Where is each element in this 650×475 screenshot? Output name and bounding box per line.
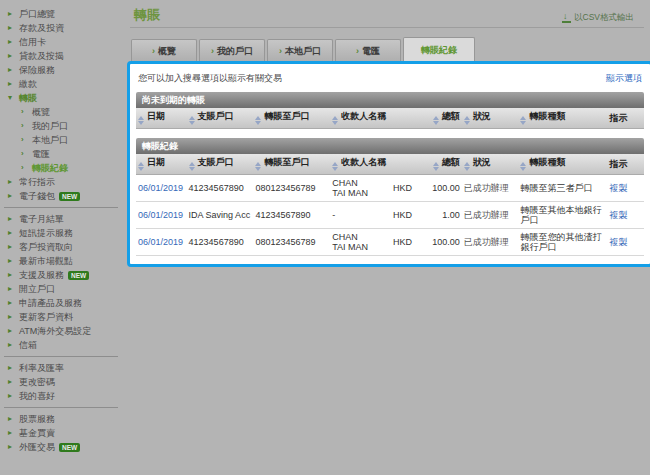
sidebar-item[interactable]: ▾轉賬 — [0, 91, 128, 105]
column-label: 支賬戶口 — [198, 157, 234, 167]
column-header[interactable]: 轉賬種類 — [518, 108, 607, 129]
sidebar-item[interactable]: ▸申請產品及服務 — [0, 296, 128, 310]
sidebar-item[interactable]: ▸ATM海外交易設定 — [0, 324, 128, 338]
sidebar-item-label: 我的戶口 — [32, 121, 68, 131]
column-header[interactable]: 轉賬至戶口 — [253, 108, 330, 129]
date-link[interactable]: 06/01/2019 — [138, 183, 183, 193]
tab-item[interactable]: ›電匯 — [335, 39, 401, 62]
sidebar-item[interactable]: ▸信箱 — [0, 338, 128, 352]
sort-icon[interactable] — [433, 116, 439, 125]
sort-icon[interactable] — [255, 162, 261, 171]
table-row: 06/01/2019IDA Saving Acc41234567890-HKD1… — [136, 202, 644, 229]
sidebar-item-label: 股票服務 — [19, 414, 55, 424]
copy-link[interactable]: 複製 — [610, 210, 628, 220]
column-header[interactable]: 收款人名稱 — [330, 108, 391, 129]
sidebar-item[interactable]: ▸常行指示 — [0, 175, 128, 189]
sort-down-icon — [433, 121, 439, 125]
transfer-table: 日期支賬戶口轉賬至戶口收款人名稱總額狀況轉賬種類指示 — [136, 108, 644, 129]
column-header[interactable]: 總額 — [391, 108, 462, 129]
date-link[interactable]: 06/01/2019 — [138, 237, 183, 247]
show-options-link[interactable]: 顯示選項 — [606, 72, 642, 85]
tab-item[interactable]: ›我的戶口 — [199, 39, 265, 62]
sidebar-item[interactable]: ▸繳款 — [0, 77, 128, 91]
arrow-right-icon: ▸ — [8, 24, 15, 32]
sort-icon[interactable] — [138, 162, 144, 171]
chevron-right-icon: › — [21, 150, 28, 158]
sort-down-icon — [255, 167, 261, 171]
sort-icon[interactable] — [255, 116, 261, 125]
sort-icon[interactable] — [332, 162, 338, 171]
sidebar-item-label: ATM海外交易設定 — [19, 326, 91, 336]
arrow-right-icon: ▸ — [8, 429, 15, 437]
sort-icon[interactable] — [433, 162, 439, 171]
column-header[interactable]: 轉賬至戶口 — [253, 154, 330, 175]
sidebar-item-selected[interactable]: ›轉賬紀錄 — [0, 161, 128, 175]
column-header[interactable]: 狀況 — [462, 154, 519, 175]
cell-amount: 1.00 — [421, 202, 461, 229]
transfer-section: 轉賬紀錄日期支賬戶口轉賬至戶口收款人名稱總額狀況轉賬種類指示06/01/2019… — [136, 138, 644, 256]
sidebar-item[interactable]: ▸股票服務 — [0, 412, 128, 426]
sidebar-item[interactable]: ▸我的喜好 — [0, 389, 128, 403]
tab-active[interactable]: 轉賬紀錄 — [403, 37, 475, 62]
sort-icon[interactable] — [520, 116, 526, 125]
sidebar-item[interactable]: ▸電子月結單 — [0, 212, 128, 226]
sidebar-item[interactable]: ›本地戶口 — [0, 133, 128, 147]
column-header[interactable]: 日期 — [136, 108, 187, 129]
sidebar-item[interactable]: ▸保險服務 — [0, 63, 128, 77]
sidebar-divider — [4, 407, 118, 408]
sidebar-item[interactable]: ▸外匯交易NEW — [0, 440, 128, 454]
sidebar-item[interactable]: ›電匯 — [0, 147, 128, 161]
sidebar-item[interactable]: ▸信用卡 — [0, 35, 128, 49]
sidebar-item[interactable]: ▸短訊提示服務 — [0, 226, 128, 240]
sidebar-item[interactable]: ▸戶口總覽 — [0, 7, 128, 21]
sidebar-item[interactable]: ▸電子錢包NEW — [0, 189, 128, 203]
export-csv-link[interactable]: 以CSV格式輸出 — [562, 12, 634, 24]
sidebar-item[interactable]: ▸最新市場觀點 — [0, 254, 128, 268]
sidebar-item[interactable]: ›概覽 — [0, 105, 128, 119]
copy-link[interactable]: 複製 — [610, 183, 628, 193]
column-header[interactable]: 轉賬種類 — [518, 154, 607, 175]
date-link[interactable]: 06/01/2019 — [138, 210, 183, 220]
sort-icon[interactable] — [189, 116, 195, 125]
tab-item[interactable]: ›概覽 — [131, 39, 197, 62]
sort-icon[interactable] — [332, 116, 338, 125]
arrow-right-icon: ▸ — [8, 443, 15, 451]
sidebar-item[interactable]: ▸開立戶口 — [0, 282, 128, 296]
copy-link[interactable]: 複製 — [610, 237, 628, 247]
cell-currency: HKD — [391, 229, 421, 256]
column-header: 指示 — [608, 154, 645, 175]
sort-down-icon — [464, 167, 470, 171]
column-label: 指示 — [610, 159, 628, 169]
arrow-right-icon: ▸ — [8, 341, 15, 349]
sidebar-item[interactable]: ›我的戶口 — [0, 119, 128, 133]
section-title: 轉賬紀錄 — [136, 138, 644, 154]
cell-from-account: 41234567890 — [187, 229, 254, 256]
sort-icon[interactable] — [464, 162, 470, 171]
cell-from-account: 41234567890 — [187, 175, 254, 202]
sidebar-item[interactable]: ▸存款及投資 — [0, 21, 128, 35]
column-header[interactable]: 支賬戶口 — [187, 108, 254, 129]
arrow-right-icon: ▸ — [8, 10, 15, 18]
chevron-right-icon: › — [152, 46, 155, 56]
sort-icon[interactable] — [138, 116, 144, 125]
column-header[interactable]: 支賬戶口 — [187, 154, 254, 175]
sidebar-item[interactable]: ▸利率及匯率 — [0, 361, 128, 375]
transfer-section: 尚未到期的轉賬日期支賬戶口轉賬至戶口收款人名稱總額狀況轉賬種類指示 — [136, 92, 644, 129]
tab-item[interactable]: ›本地戶口 — [267, 39, 333, 62]
sidebar-item[interactable]: ▸更新客戶資料 — [0, 310, 128, 324]
sidebar-item[interactable]: ▸基金買賣 — [0, 426, 128, 440]
sort-icon[interactable] — [189, 162, 195, 171]
sort-up-icon — [464, 162, 470, 166]
sidebar-item[interactable]: ▸貸款及按揭 — [0, 49, 128, 63]
column-header[interactable]: 狀況 — [462, 108, 519, 129]
table-row: 06/01/201941234567890080123456789CHAN TA… — [136, 229, 644, 256]
column-header[interactable]: 日期 — [136, 154, 187, 175]
sort-icon[interactable] — [464, 116, 470, 125]
cell-currency: HKD — [391, 202, 421, 229]
sort-icon[interactable] — [520, 162, 526, 171]
sidebar-item[interactable]: ▸更改密碼 — [0, 375, 128, 389]
column-header[interactable]: 收款人名稱 — [330, 154, 391, 175]
column-header[interactable]: 總額 — [391, 154, 462, 175]
sidebar-item[interactable]: ▸客戶投資取向 — [0, 240, 128, 254]
sidebar-item[interactable]: ▸支援及服務NEW — [0, 268, 128, 282]
